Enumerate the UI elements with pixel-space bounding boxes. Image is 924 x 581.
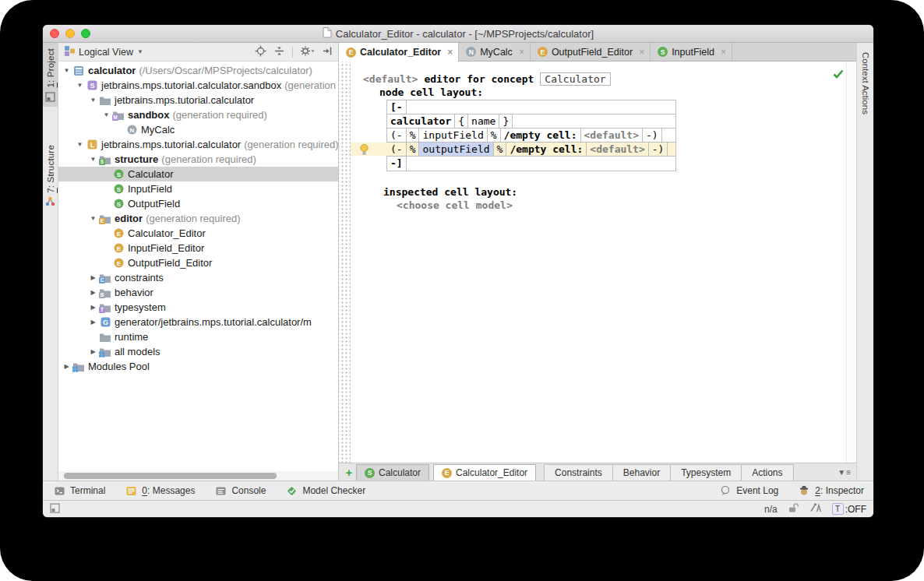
tree-item[interactable]: EInputField_Editor	[58, 241, 338, 255]
tree-item[interactable]: ▼Eeditor(generation required)	[58, 211, 338, 226]
tree-collapse-arrow-icon[interactable]: ▼	[88, 97, 98, 104]
gear-icon[interactable]	[300, 45, 315, 59]
editor-cell[interactable]: (-	[387, 143, 407, 156]
tree-item[interactable]: ▼calculator(/Users/Oscar/MPSProjects/cal…	[58, 63, 338, 78]
aspect-tab[interactable]: Constraints	[544, 464, 613, 481]
editor-cell[interactable]: {	[455, 114, 468, 128]
tree-item[interactable]: SCalculator	[58, 167, 338, 181]
toolwindow-button----messages[interactable]: 0: Messages	[124, 485, 195, 496]
editor-cell[interactable]: /empty cell:	[501, 129, 581, 142]
editor-tab[interactable]: NMyCalc×	[459, 43, 531, 61]
scrollbar-thumb[interactable]	[64, 473, 277, 479]
typing-mode-badge[interactable]: T	[832, 503, 844, 515]
close-tab-icon[interactable]: ×	[639, 47, 644, 58]
tree-expand-arrow-icon[interactable]: ▶	[88, 289, 98, 296]
editor-header-token[interactable]: Calculator	[540, 72, 610, 86]
tree-item[interactable]: ▶Ttypesystem	[58, 300, 338, 315]
close-tab-icon[interactable]: ×	[721, 47, 726, 58]
editor-header-token[interactable]: editor for concept	[424, 73, 534, 85]
toolwindow-button-terminal[interactable]: Terminal	[52, 485, 105, 496]
aspect-tab[interactable]: Behavior	[612, 464, 671, 481]
add-aspect-button[interactable]: +	[342, 466, 356, 479]
toolwindow-button----inspector[interactable]: 2: Inspector	[797, 485, 864, 496]
editor-tab[interactable]: EOutputField_Editor×	[531, 43, 651, 61]
hidden-tabs-icon[interactable]: ▼≡	[838, 468, 852, 477]
view-selector[interactable]: Logical View	[79, 47, 133, 58]
collapse-all-icon[interactable]	[273, 45, 285, 59]
aspect-tab[interactable]: SCalculator	[356, 464, 429, 481]
context-actions-label[interactable]: Context Actions	[861, 52, 870, 114]
toolwindow-button-model-checker[interactable]: Model Checker	[284, 485, 365, 496]
editor-cell[interactable]: %	[494, 143, 507, 156]
tree-item[interactable]: SOutputField	[58, 196, 338, 211]
close-tab-icon[interactable]: ×	[447, 47, 453, 58]
toolwindow-anchor-icon[interactable]	[50, 503, 60, 516]
editor-cell[interactable]: }	[499, 114, 513, 128]
toolwindow-button-event-log[interactable]: Event Log	[718, 485, 778, 496]
tree-item[interactable]: ▼Ljetbrains.mps.tutorial.calculator(gene…	[58, 137, 338, 152]
editor-cell[interactable]: outputField	[419, 143, 493, 156]
tree-item[interactable]: ▶all models	[58, 344, 338, 359]
editor-cell[interactable]: -)	[643, 129, 662, 142]
tool-strip-project[interactable]: 1: Project	[43, 43, 58, 107]
editor-cell[interactable]: -]	[387, 157, 407, 171]
tree-item[interactable]: ▼Msandbox(generation required)	[58, 107, 338, 122]
horizontal-scrollbar[interactable]	[58, 471, 338, 481]
tree-item[interactable]: ▼Sstructure(generation required)	[58, 152, 338, 167]
intention-lightbulb-icon[interactable]	[359, 143, 369, 159]
tree-expand-arrow-icon[interactable]: ▶	[88, 319, 98, 326]
tree-item[interactable]: ▶Ggenerator/jetbrains.mps.tutorial.calcu…	[58, 315, 338, 329]
chevron-down-icon[interactable]: ▼	[137, 48, 143, 55]
editor-tab[interactable]: SInputField×	[651, 43, 732, 61]
aspect-tab[interactable]: Typesystem	[670, 464, 742, 481]
minimize-window-button[interactable]	[65, 29, 75, 38]
tree-collapse-arrow-icon[interactable]: ▼	[62, 67, 72, 74]
editor-cell[interactable]: %	[407, 143, 420, 156]
editor-cell[interactable]: <default>	[581, 129, 643, 142]
tree-item[interactable]: SInputField	[58, 181, 338, 196]
editor-cell[interactable]: -)	[649, 143, 668, 156]
editor-cell[interactable]: %	[488, 129, 501, 142]
editor-cell[interactable]: <default>	[587, 143, 648, 156]
editor-tab[interactable]: ECalculator_Editor×	[339, 43, 459, 62]
tree-item[interactable]: NMyCalc	[58, 122, 338, 137]
tree-item[interactable]: ▶Modules Pool	[58, 359, 338, 374]
tree-item[interactable]: runtime	[58, 329, 338, 344]
tree-collapse-arrow-icon[interactable]: ▼	[88, 156, 98, 163]
tree-collapse-arrow-icon[interactable]: ▼	[88, 215, 98, 222]
tree-item[interactable]: ▶Bbehavior	[58, 285, 338, 300]
tree-item[interactable]: ▶Cconstraints	[58, 270, 338, 285]
tree-item[interactable]: ▼Sjetbrains.mps.tutorial.calculator.sand…	[58, 78, 338, 93]
tree-expand-arrow-icon[interactable]: ▶	[88, 348, 98, 355]
tree-collapse-arrow-icon[interactable]: ▼	[75, 82, 85, 89]
tree-collapse-arrow-icon[interactable]: ▼	[75, 141, 85, 148]
tree-item[interactable]: EOutputField_Editor	[58, 255, 338, 270]
close-window-button[interactable]	[50, 29, 59, 38]
tree-item[interactable]: ▼jetbrains.mps.tutorial.calculator	[58, 93, 338, 107]
editor-cell[interactable]: %	[407, 129, 420, 142]
tree-expand-arrow-icon[interactable]: ▶	[88, 304, 98, 311]
vertical-scrollbar[interactable]	[846, 62, 856, 463]
tree-item[interactable]: ECalculator_Editor	[58, 226, 338, 241]
editor-cell[interactable]: [-	[387, 100, 407, 114]
tree-expand-arrow-icon[interactable]: ▶	[62, 363, 72, 370]
tree-collapse-arrow-icon[interactable]: ▼	[101, 111, 111, 118]
hide-panel-icon[interactable]	[322, 45, 333, 59]
access-indicator-icon[interactable]	[809, 502, 822, 516]
locate-node-icon[interactable]	[255, 45, 266, 59]
editor-cell[interactable]: inputField	[419, 129, 487, 142]
aspect-tab[interactable]: ECalculator_Editor	[433, 464, 536, 481]
editor-cell[interactable]: calculator	[387, 114, 455, 128]
zoom-window-button[interactable]	[81, 29, 90, 38]
lock-open-icon[interactable]	[788, 502, 799, 516]
editor-cell[interactable]: name	[468, 114, 499, 128]
editor-cell[interactable]: (-	[387, 129, 407, 142]
inspected-cell-value[interactable]: <choose cell model>	[397, 199, 845, 212]
close-tab-icon[interactable]: ×	[519, 47, 524, 58]
aspect-tab[interactable]: Actions	[741, 464, 793, 481]
toolwindow-button-console[interactable]: Console	[213, 485, 266, 496]
tool-strip-structure[interactable]: 7: Structure	[43, 139, 58, 212]
editor-header-token[interactable]: <default>	[363, 73, 418, 85]
tree-expand-arrow-icon[interactable]: ▶	[88, 274, 98, 281]
editor-cell[interactable]: /empty cell:	[506, 143, 587, 156]
